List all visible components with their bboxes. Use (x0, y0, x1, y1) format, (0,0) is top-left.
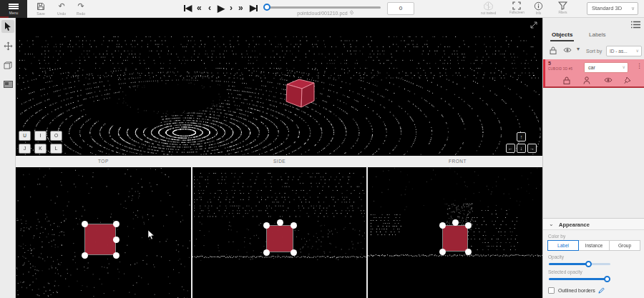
link-icon[interactable] (349, 10, 354, 15)
mouse-cursor (147, 230, 155, 240)
lock-icon[interactable] (563, 76, 570, 84)
front-view-panel[interactable] (368, 167, 542, 298)
next-frame-button[interactable]: › (230, 2, 233, 14)
bbox-handle[interactable] (291, 222, 297, 229)
menu-button[interactable]: Menu (0, 0, 27, 18)
expand-diagonal-icon[interactable] (530, 21, 538, 29)
lock-icon[interactable] (550, 46, 557, 54)
object-id: 5 (548, 61, 551, 66)
bbox-handle[interactable] (452, 219, 459, 226)
top-view-bbox[interactable] (84, 224, 116, 255)
filters-button[interactable]: Filters (558, 1, 567, 14)
play-button[interactable]: ▶ (218, 2, 225, 14)
appearance-header[interactable]: ⌄ Appearance (543, 219, 644, 230)
top-view-label: TOP (98, 159, 109, 164)
chevron-down-icon: ∨ (631, 3, 635, 14)
tab-objects[interactable]: Objects (550, 29, 574, 41)
key-hint-j[interactable]: J (19, 144, 31, 154)
key-hint-u[interactable]: U (19, 131, 31, 141)
bbox-handle[interactable] (465, 249, 472, 255)
bbox-handle[interactable] (113, 252, 119, 259)
top-view-panel[interactable] (16, 167, 191, 298)
bbox-handle[interactable] (263, 222, 270, 229)
fast-forward-button[interactable]: » (238, 2, 243, 14)
menu-label: Menu (9, 11, 19, 15)
bbox-handle[interactable] (439, 249, 446, 255)
outlined-borders-checkbox[interactable] (548, 287, 555, 294)
move-icon (4, 41, 13, 51)
skip-start-button[interactable]: ◀ (184, 2, 192, 14)
current-file-label: pointcloud/001210.pcd (272, 10, 379, 16)
outlined-borders-row[interactable]: Outlined borders (548, 287, 605, 294)
bbox-handle[interactable] (277, 219, 283, 226)
object-accent-bar (543, 59, 545, 86)
selected-opacity-slider[interactable] (549, 278, 610, 280)
object-class-select[interactable]: car ∨ (584, 62, 628, 73)
front-view-bbox[interactable] (442, 225, 468, 252)
bbox-handle[interactable] (82, 221, 88, 227)
pan-tool-button[interactable] (1, 39, 14, 52)
redo-icon: ↷ (77, 1, 84, 11)
timeline-handle[interactable] (263, 4, 270, 11)
bbox-handle[interactable] (465, 222, 472, 229)
fullscreen-button[interactable]: Fullscreen (509, 1, 525, 14)
timeline-slider[interactable] (266, 6, 381, 9)
color-by-label-option[interactable]: Label (547, 240, 579, 251)
bbox-handle[interactable] (291, 249, 297, 256)
prev-frame-button[interactable]: ‹ (208, 2, 211, 14)
object-kebab-menu[interactable]: ⋮ (636, 62, 643, 69)
key-hint-l[interactable]: L (50, 144, 62, 154)
bbox-handle[interactable] (263, 249, 270, 256)
select-tool-button[interactable] (1, 20, 14, 33)
side-view-bbox[interactable] (266, 225, 293, 252)
object-row-car[interactable]: 5 CUBOID 3D #5 car ∨ ⋮ (543, 59, 644, 88)
pencil-icon[interactable] (598, 287, 605, 294)
fast-rewind-button[interactable]: « (197, 2, 202, 14)
info-button[interactable]: Info (534, 1, 543, 15)
bbox-handle[interactable] (113, 221, 119, 227)
color-by-label: Color by (548, 234, 565, 239)
color-by-group-option[interactable]: Group (609, 240, 640, 251)
key-hint-k[interactable]: K (34, 144, 47, 154)
top-toolbar: Menu Save ↶ Undo ↷ Redo ◀ « ‹ ▶ › » ▶ po… (0, 0, 644, 18)
nn-button[interactable]: not trained (481, 1, 496, 15)
nav-right-button[interactable]: → (527, 144, 537, 153)
image-tool-button[interactable] (1, 78, 14, 91)
pin-icon[interactable] (624, 76, 631, 84)
selected-cuboid-3d[interactable] (281, 75, 318, 109)
color-by-instance-option[interactable]: Instance (578, 240, 610, 251)
frame-number-input[interactable]: 0 (387, 2, 414, 15)
undo-button[interactable]: ↶ Undo (52, 1, 71, 17)
key-hint-i[interactable]: I (34, 131, 47, 141)
side-view-panel[interactable] (192, 167, 366, 298)
main-3d-viewport[interactable]: U I O J K L ↑ ← ↓ → (16, 18, 542, 156)
save-button[interactable]: Save (31, 1, 50, 17)
sort-select[interactable]: ID - as... ∨ (606, 46, 642, 56)
panel-settings-icon[interactable] (631, 21, 640, 29)
eye-icon[interactable] (563, 46, 572, 54)
undo-label: Undo (57, 11, 66, 16)
accent-bar (0, 16, 9, 18)
mode-value: Standard 3D (592, 5, 622, 11)
bbox-handle[interactable] (439, 222, 446, 229)
opacity-slider-knob[interactable] (585, 261, 592, 267)
key-hint-o[interactable]: O (50, 131, 62, 141)
redo-button[interactable]: ↷ Redo (72, 1, 90, 17)
bbox-handle[interactable] (82, 252, 88, 259)
skip-end-button[interactable]: ▶ (250, 2, 258, 14)
nav-left-button[interactable]: ← (506, 144, 515, 153)
nav-down-button[interactable]: ↓ (517, 144, 526, 153)
selected-opacity-label: Selected opacity (548, 269, 582, 274)
opacity-slider[interactable] (549, 263, 610, 265)
cursor-icon (4, 22, 12, 31)
mode-select[interactable]: Standard 3D ∨ (587, 2, 638, 15)
tab-labels[interactable]: Labels (587, 29, 608, 41)
selected-opacity-slider-knob[interactable] (604, 276, 610, 282)
eye-icon[interactable] (604, 76, 613, 84)
selected-opacity-slider-fill (549, 278, 608, 280)
cuboid-tool-button[interactable] (1, 59, 14, 71)
chevron-down-icon[interactable]: ▾ (577, 46, 580, 52)
person-icon[interactable] (583, 76, 590, 84)
nav-up-button[interactable]: ↑ (517, 132, 526, 141)
bbox-handle[interactable] (113, 237, 119, 243)
